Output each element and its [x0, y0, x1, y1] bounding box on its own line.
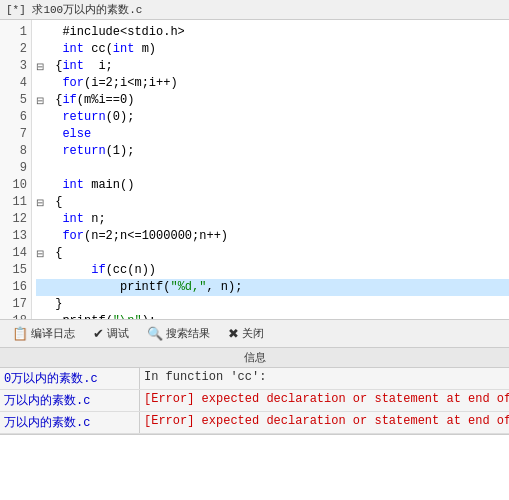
- error-file: 万以内的素数.c: [0, 390, 140, 411]
- info-header: 信息: [0, 348, 509, 368]
- code-text: #include<stdio.h>: [48, 24, 185, 41]
- fold-icon[interactable]: ⊟: [36, 58, 46, 75]
- line-number: 1: [0, 24, 31, 41]
- compile-log-label: 编译日志: [31, 326, 75, 341]
- fold-icon[interactable]: ⊟: [36, 245, 46, 262]
- line-number: 15: [0, 262, 31, 279]
- error-row[interactable]: 万以内的素数.c[Error] expected declaration or …: [0, 412, 509, 434]
- code-text: return(1);: [48, 143, 134, 160]
- code-line: for(i=2;i<m;i++): [36, 75, 509, 92]
- compile-log-button[interactable]: 📋 编译日志: [4, 323, 83, 345]
- line-number: 7: [0, 126, 31, 143]
- line-number: 10: [0, 177, 31, 194]
- compile-log-icon: 📋: [12, 326, 28, 341]
- fold-icon[interactable]: ⊟: [36, 92, 46, 109]
- code-text: for(n=2;n<=1000000;n++): [48, 228, 228, 245]
- code-line: ⊟ {if(m%i==0): [36, 92, 509, 109]
- code-line: ⊟ {: [36, 194, 509, 211]
- code-text: {: [48, 245, 62, 262]
- code-text: printf("\n");: [48, 313, 156, 319]
- code-line: else: [36, 126, 509, 143]
- code-text: }: [48, 296, 62, 313]
- line-number: 11: [0, 194, 31, 211]
- line-number: 16: [0, 279, 31, 296]
- code-text: {int i;: [48, 58, 113, 75]
- error-message: [Error] expected declaration or statemen…: [140, 390, 509, 411]
- code-line: printf("%d,", n);: [36, 279, 509, 296]
- code-editor: 1234567891011121314151617181920 #include…: [0, 20, 509, 320]
- code-line: int cc(int m): [36, 41, 509, 58]
- code-line: if(cc(n)): [36, 262, 509, 279]
- line-number: 9: [0, 160, 31, 177]
- error-message: [Error] expected declaration or statemen…: [140, 412, 509, 433]
- window-title: [*] 求100万以内的素数.c: [6, 2, 142, 17]
- code-line: printf("\n");: [36, 313, 509, 319]
- line-number: 4: [0, 75, 31, 92]
- line-numbers: 1234567891011121314151617181920: [0, 20, 32, 319]
- code-text: else: [48, 126, 91, 143]
- code-line: return(0);: [36, 109, 509, 126]
- code-line: #include<stdio.h>: [36, 24, 509, 41]
- code-line: for(n=2;n<=1000000;n++): [36, 228, 509, 245]
- code-text: int main(): [48, 177, 134, 194]
- line-number: 17: [0, 296, 31, 313]
- close-icon: ✖: [228, 326, 239, 341]
- toolbar: 📋 编译日志 ✔ 调试 🔍 搜索结果 ✖ 关闭: [0, 320, 509, 348]
- search-icon: 🔍: [147, 326, 163, 341]
- code-text: {: [48, 194, 62, 211]
- code-text: return(0);: [48, 109, 134, 126]
- code-line: int main(): [36, 177, 509, 194]
- fold-icon[interactable]: ⊟: [36, 194, 46, 211]
- title-bar: [*] 求100万以内的素数.c: [0, 0, 509, 20]
- close-button[interactable]: ✖ 关闭: [220, 323, 272, 345]
- error-row[interactable]: 万以内的素数.c[Error] expected declaration or …: [0, 390, 509, 412]
- line-number: 2: [0, 41, 31, 58]
- line-number: 3: [0, 58, 31, 75]
- line-number: 13: [0, 228, 31, 245]
- error-file: 0万以内的素数.c: [0, 368, 140, 389]
- code-text: if(cc(n)): [48, 262, 156, 279]
- line-number: 5: [0, 92, 31, 109]
- line-number: 18: [0, 313, 31, 320]
- line-number: 8: [0, 143, 31, 160]
- error-list: 0万以内的素数.cIn function 'cc':万以内的素数.c[Error…: [0, 368, 509, 434]
- line-number: 12: [0, 211, 31, 228]
- search-results-button[interactable]: 🔍 搜索结果: [139, 323, 218, 345]
- debug-icon: ✔: [93, 326, 104, 341]
- code-line: ⊟ {int i;: [36, 58, 509, 75]
- code-text: int n;: [48, 211, 106, 228]
- error-file: 万以内的素数.c: [0, 412, 140, 433]
- close-label: 关闭: [242, 326, 264, 341]
- code-line: int n;: [36, 211, 509, 228]
- code-line: ⊟ {: [36, 245, 509, 262]
- line-number: 6: [0, 109, 31, 126]
- code-line: return(1);: [36, 143, 509, 160]
- line-number: 14: [0, 245, 31, 262]
- code-text: [48, 160, 62, 177]
- code-area[interactable]: #include<stdio.h> int cc(int m)⊟ {int i;…: [32, 20, 509, 319]
- debug-button[interactable]: ✔ 调试: [85, 323, 137, 345]
- code-text: printf("%d,", n);: [48, 279, 242, 296]
- code-text: for(i=2;i<m;i++): [48, 75, 178, 92]
- code-line: }: [36, 296, 509, 313]
- code-text: {if(m%i==0): [48, 92, 134, 109]
- debug-label: 调试: [107, 326, 129, 341]
- error-row[interactable]: 0万以内的素数.cIn function 'cc':: [0, 368, 509, 390]
- info-panel: 信息 0万以内的素数.cIn function 'cc':万以内的素数.c[Er…: [0, 348, 509, 435]
- code-text: int cc(int m): [48, 41, 156, 58]
- code-line: [36, 160, 509, 177]
- error-message: In function 'cc':: [140, 368, 509, 389]
- search-results-label: 搜索结果: [166, 326, 210, 341]
